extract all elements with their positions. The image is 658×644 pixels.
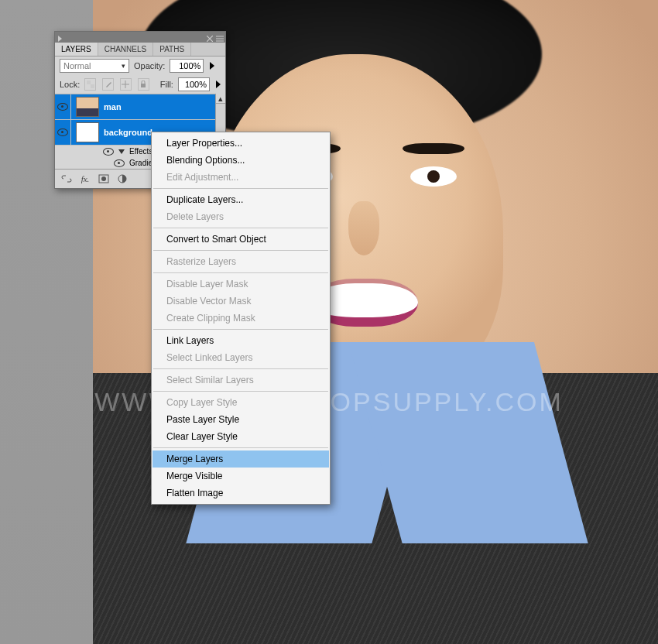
opacity-input[interactable]: 100% xyxy=(170,59,204,73)
blend-mode-value: Normal xyxy=(63,61,91,70)
fill-label: Fill: xyxy=(160,80,173,89)
menu-duplicate-layers[interactable]: Duplicate Layers... xyxy=(153,191,329,208)
menu-separator xyxy=(153,447,328,448)
portrait-brow xyxy=(403,143,464,154)
menu-select-similar-layers: Select Similar Layers xyxy=(153,372,329,389)
menu-delete-layers: Delete Layers xyxy=(153,208,329,225)
scroll-up-icon[interactable]: ▴ xyxy=(216,94,225,104)
panel-menu-icon[interactable] xyxy=(216,34,222,40)
menu-merge-visible[interactable]: Merge Visible xyxy=(153,468,329,485)
panel-tabs: LAYERS CHANNELS PATHS xyxy=(55,43,225,57)
effects-label: Effects xyxy=(129,147,153,156)
menu-flatten-image[interactable]: Flatten Image xyxy=(153,485,329,502)
menu-merge-layers[interactable]: Merge Layers xyxy=(153,450,329,468)
menu-rasterize-layers: Rasterize Layers xyxy=(153,253,329,270)
menu-copy-layer-style: Copy Layer Style xyxy=(153,394,329,411)
chevron-down-icon: ▾ xyxy=(122,62,125,70)
menu-disable-vector-mask: Disable Vector Mask xyxy=(153,293,329,310)
lock-fill-row: Lock: Fill: 100% xyxy=(55,75,225,94)
menu-create-clipping-mask: Create Clipping Mask xyxy=(153,310,329,327)
menu-separator xyxy=(153,272,328,273)
menu-disable-layer-mask: Disable Layer Mask xyxy=(153,276,329,293)
menu-separator xyxy=(153,228,328,228)
triangle-down-icon[interactable] xyxy=(118,149,125,154)
menu-blending-options[interactable]: Blending Options... xyxy=(153,152,329,169)
menu-layer-properties[interactable]: Layer Properties... xyxy=(153,135,329,152)
panel-close-icon[interactable] xyxy=(207,34,213,40)
menu-separator xyxy=(153,188,328,189)
svg-rect-2 xyxy=(141,84,146,87)
panel-titlebar[interactable] xyxy=(55,32,225,43)
adjustment-layer-icon[interactable] xyxy=(115,173,129,185)
menu-separator xyxy=(153,391,328,392)
menu-convert-smart-object[interactable]: Convert to Smart Object xyxy=(153,231,329,248)
menu-clear-layer-style[interactable]: Clear Layer Style xyxy=(153,428,329,445)
blend-opacity-row: Normal ▾ Opacity: 100% xyxy=(55,57,225,75)
eye-icon xyxy=(57,103,68,111)
tab-paths[interactable]: PATHS xyxy=(153,43,191,56)
lock-transparency-icon[interactable] xyxy=(84,78,96,91)
tab-channels[interactable]: CHANNELS xyxy=(98,43,153,56)
blend-mode-select[interactable]: Normal ▾ xyxy=(60,59,129,73)
menu-separator xyxy=(153,368,328,369)
opacity-slider-icon[interactable] xyxy=(210,62,214,70)
fill-slider-icon[interactable] xyxy=(216,80,221,88)
panel-collapse-icon[interactable] xyxy=(58,34,64,40)
eye-icon[interactable] xyxy=(103,148,114,156)
lock-pixels-icon[interactable] xyxy=(102,78,114,91)
menu-separator xyxy=(153,329,328,330)
svg-rect-0 xyxy=(87,80,91,84)
svg-rect-1 xyxy=(91,84,94,88)
menu-link-layers[interactable]: Link Layers xyxy=(153,332,329,349)
link-layers-icon[interactable] xyxy=(60,173,74,185)
menu-select-linked-layers: Select Linked Layers xyxy=(153,349,329,366)
layer-name: man xyxy=(104,102,122,111)
layer-thumbnail[interactable] xyxy=(76,97,99,117)
layer-mask-icon[interactable] xyxy=(97,173,111,185)
layer-name: background xyxy=(104,128,153,137)
tab-layers[interactable]: LAYERS xyxy=(55,43,98,56)
opacity-label: Opacity: xyxy=(134,61,165,70)
portrait-eye xyxy=(410,166,457,187)
eye-icon[interactable] xyxy=(114,159,125,167)
layer-style-icon[interactable]: fx. xyxy=(78,173,92,185)
layer-context-menu: Layer Properties... Blending Options... … xyxy=(151,132,331,505)
eye-icon xyxy=(57,128,68,136)
layer-thumbnail[interactable] xyxy=(76,122,99,142)
fill-input[interactable]: 100% xyxy=(178,77,210,91)
layer-visibility-toggle[interactable] xyxy=(55,94,71,119)
menu-paste-layer-style[interactable]: Paste Layer Style xyxy=(153,411,329,428)
lock-label: Lock: xyxy=(60,80,80,89)
lock-all-icon[interactable] xyxy=(138,78,149,91)
menu-edit-adjustment: Edit Adjustment... xyxy=(153,169,329,186)
canvas-background: WWW.PHOTOSHOPSUPPLY.COM LAYERS CHANNELS … xyxy=(0,0,658,644)
layer-visibility-toggle[interactable] xyxy=(55,120,71,145)
layer-item-man[interactable]: man xyxy=(55,94,225,120)
svg-point-4 xyxy=(101,176,106,181)
lock-position-icon[interactable] xyxy=(120,78,132,91)
portrait-nose xyxy=(348,201,379,255)
menu-separator xyxy=(153,250,328,251)
